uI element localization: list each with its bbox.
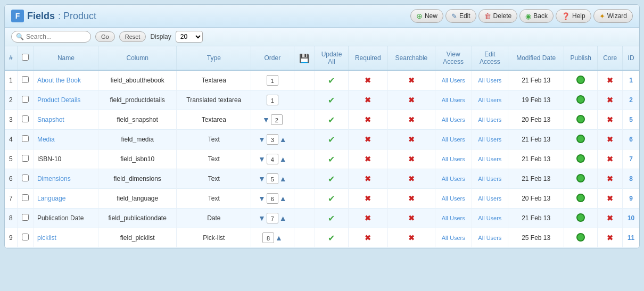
edit-access-link[interactable]: All Users: [478, 176, 501, 182]
field-name-link[interactable]: About the Book: [37, 77, 81, 84]
order-down-button[interactable]: ▼: [258, 195, 266, 202]
row-checkbox[interactable]: [22, 234, 29, 240]
back-button[interactable]: ◉ Back: [519, 9, 554, 23]
field-name-link[interactable]: Dimensions: [37, 175, 71, 182]
order-up-button[interactable]: ▲: [279, 175, 287, 182]
order-up-button[interactable]: ▲: [279, 136, 287, 143]
view-access-link[interactable]: All Users: [442, 235, 465, 241]
cross-icon: ✖: [365, 174, 371, 183]
order-down-button[interactable]: ▼: [258, 175, 266, 182]
edit-button[interactable]: ✎ Edit: [445, 9, 476, 23]
order-down-button[interactable]: ▼: [258, 155, 266, 163]
view-access-link[interactable]: All Users: [442, 156, 465, 162]
page-subtitle: : Product: [58, 11, 96, 22]
select-all-checkbox[interactable]: [22, 54, 29, 61]
help-button[interactable]: ❓ Help: [556, 9, 591, 23]
row-edit-access: All Users: [472, 209, 508, 228]
wizard-button[interactable]: ✦ Wizard: [593, 9, 633, 23]
edit-access-link[interactable]: All Users: [478, 195, 501, 202]
cross-icon: ✖: [607, 115, 613, 124]
view-access-link[interactable]: All Users: [442, 77, 465, 84]
delete-button[interactable]: 🗑 Delete: [478, 9, 518, 23]
display-select[interactable]: 20 10 50 100: [176, 31, 203, 43]
row-checkbox[interactable]: [22, 76, 29, 83]
edit-access-link[interactable]: All Users: [478, 215, 501, 221]
field-name-link[interactable]: picklist: [37, 234, 56, 242]
row-save: [294, 189, 315, 209]
go-button[interactable]: Go: [95, 31, 115, 42]
row-column: field_isbn10: [98, 149, 177, 169]
col-view-access: ViewAccess: [435, 46, 472, 70]
check-icon: ✔: [328, 234, 335, 243]
row-checkbox[interactable]: [22, 174, 29, 181]
row-core: ✖: [598, 228, 623, 248]
row-core: ✖: [598, 70, 623, 90]
col-id: ID: [623, 46, 639, 70]
col-num: #: [5, 46, 17, 70]
publish-dot: [576, 115, 585, 123]
header-title: F Fields : Product: [11, 10, 96, 22]
order-down-button[interactable]: ▼: [262, 116, 270, 123]
edit-access-link[interactable]: All Users: [478, 235, 501, 241]
edit-access-link[interactable]: All Users: [478, 97, 501, 103]
row-id: 9: [623, 189, 639, 209]
row-checkbox[interactable]: [22, 214, 29, 221]
order-up-button[interactable]: ▲: [279, 195, 287, 202]
field-name-link[interactable]: Media: [37, 136, 55, 143]
row-id: 11: [623, 228, 639, 248]
page-title: Fields: [27, 11, 55, 22]
edit-access-link[interactable]: All Users: [478, 117, 501, 123]
field-name-link[interactable]: Snapshot: [37, 116, 64, 123]
row-type: Text: [177, 189, 251, 209]
order-up-button[interactable]: ▲: [275, 234, 283, 242]
field-name-link[interactable]: Language: [37, 195, 65, 202]
row-column: field_snapshot: [98, 110, 177, 130]
view-access-link[interactable]: All Users: [442, 215, 465, 221]
row-order: ▼ 5 ▲: [251, 169, 294, 189]
row-checkbox[interactable]: [22, 96, 29, 103]
new-button[interactable]: ⊕ New: [410, 9, 443, 23]
cross-icon: ✖: [408, 234, 415, 242]
view-access-link[interactable]: All Users: [442, 136, 465, 143]
row-view-access: All Users: [435, 169, 472, 189]
row-checkbox[interactable]: [22, 115, 29, 122]
row-checkbox-cell: [17, 189, 34, 209]
order-up-button[interactable]: ▲: [279, 155, 287, 163]
check-icon: ✔: [328, 194, 335, 203]
row-update-all: ✔: [315, 90, 348, 110]
check-icon: ✔: [328, 174, 335, 184]
cross-icon: ✖: [365, 234, 371, 242]
check-icon: ✔: [328, 76, 335, 85]
view-access-link[interactable]: All Users: [442, 117, 465, 123]
view-access-link[interactable]: All Users: [442, 97, 465, 103]
edit-access-link[interactable]: All Users: [478, 77, 501, 84]
row-type: Text: [177, 149, 251, 169]
edit-access-link[interactable]: All Users: [478, 156, 501, 162]
row-checkbox[interactable]: [22, 135, 29, 142]
col-searchable: Searchable: [387, 46, 435, 70]
field-name-link[interactable]: Product Details: [37, 96, 80, 104]
row-modified-date: 21 Feb 13: [508, 169, 564, 189]
view-access-link[interactable]: All Users: [442, 176, 465, 182]
row-name-cell: picklist: [34, 228, 98, 248]
reset-button[interactable]: Reset: [119, 31, 146, 42]
cross-icon: ✖: [408, 96, 415, 104]
row-checkbox-cell: [17, 130, 34, 149]
col-checkbox: [17, 46, 34, 70]
row-save: [294, 209, 315, 228]
row-checkbox[interactable]: [22, 194, 29, 201]
order-down-button[interactable]: ▼: [258, 136, 266, 143]
row-name-cell: Language: [34, 189, 98, 209]
search-input[interactable]: [26, 33, 85, 40]
row-checkbox[interactable]: [22, 155, 29, 162]
edit-access-link[interactable]: All Users: [478, 136, 501, 143]
order-down-button[interactable]: ▼: [258, 214, 266, 222]
row-name-cell: Dimensions: [34, 169, 98, 189]
view-access-link[interactable]: All Users: [442, 195, 465, 202]
order-up-button[interactable]: ▲: [279, 214, 287, 222]
row-view-access: All Users: [435, 149, 472, 169]
header: F Fields : Product ⊕ New ✎ Edit 🗑 Delete: [5, 5, 639, 28]
row-id: 10: [623, 209, 639, 228]
row-name-cell: Publication Date: [34, 209, 98, 228]
row-modified-date: 21 Feb 13: [508, 149, 564, 169]
